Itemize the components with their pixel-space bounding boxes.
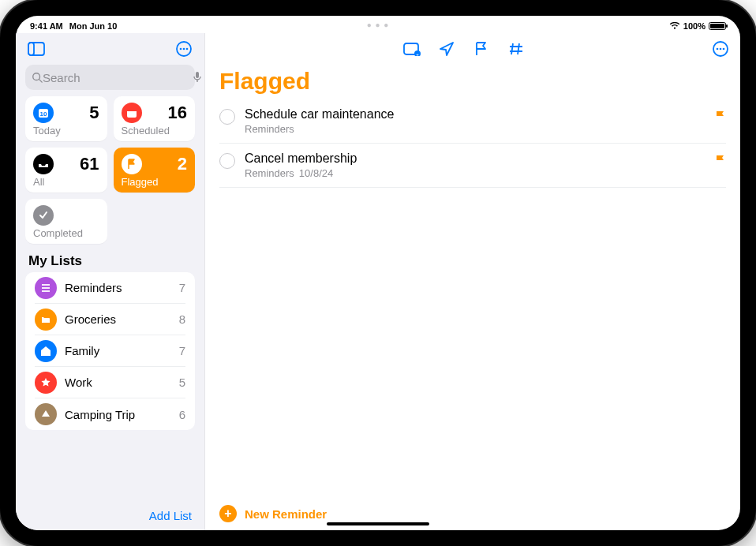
reminders-list: Schedule car maintenanceRemindersCancel … [205,99,740,497]
list-icon [35,403,57,425]
list-count: 7 [179,281,185,294]
wifi-icon [669,22,680,30]
svg-point-4 [183,48,185,50]
smart-list-completed[interactable]: Completed [25,199,107,244]
list-icon [35,309,57,331]
reminder-date: 10/8/24 [299,167,333,179]
list-name: Camping Trip [65,408,171,421]
sidebar: 10 5 Today 16 Scheduled 61 [16,33,205,530]
svg-line-7 [39,80,43,83]
flag-icon [715,151,726,167]
svg-rect-8 [196,72,199,78]
reminder-title: Cancel membership [245,151,705,166]
status-date: Mon Jun 10 [69,21,118,31]
check-icon [33,205,54,226]
reminder-list: Reminders [245,123,294,135]
toolbar-details-button[interactable]: + [403,40,421,58]
reminder-checkbox[interactable] [219,153,235,169]
svg-rect-1 [28,43,34,55]
svg-point-3 [180,48,182,50]
svg-point-5 [186,48,189,50]
list-count: 7 [179,344,185,357]
dictate-icon[interactable] [193,71,202,84]
my-lists-header: My Lists [16,244,204,272]
main-more-button[interactable] [712,40,729,58]
toolbar-flag-button[interactable] [473,40,490,58]
svg-line-21 [518,43,519,54]
lists-container: Reminders7Groceries8Family7Work5Camping … [25,272,195,430]
svg-rect-0 [28,43,44,55]
toggle-sidebar-button[interactable] [25,38,47,60]
reminder-list: Reminders [245,167,294,179]
toolbar-tag-button[interactable] [507,40,525,58]
list-count: 5 [179,376,185,389]
list-row[interactable]: Reminders7 [35,272,185,304]
list-icon [35,372,57,394]
reminder-title: Schedule car maintenance [245,107,705,122]
svg-line-20 [511,43,513,54]
list-count: 6 [179,408,185,421]
list-icon [35,340,57,362]
calendar-icon: 10 [33,103,54,123]
flag-icon [715,107,726,123]
list-name: Groceries [65,312,171,326]
list-row[interactable]: Family7 [35,335,185,367]
search-input[interactable] [43,71,193,84]
plus-icon: + [219,505,237,522]
svg-rect-13 [127,109,137,111]
reminder-row[interactable]: Schedule car maintenanceReminders [219,99,726,144]
search-icon [32,72,43,83]
status-bar: 9:41 AM Mon Jun 10 ● ● ● 100% [16,16,740,33]
battery-percent: 100% [683,21,705,31]
search-field[interactable] [25,65,195,90]
calendar-icon [122,103,142,123]
new-reminder-button[interactable]: + New Reminder [219,505,327,522]
svg-point-25 [717,48,719,50]
list-row[interactable]: Work5 [35,367,185,398]
battery-icon [709,22,726,30]
svg-text:+: + [416,52,419,56]
list-icon [35,277,57,299]
svg-point-27 [723,48,725,50]
svg-text:10: 10 [40,110,47,118]
flag-icon [122,154,142,174]
multitask-dots-icon[interactable]: ● ● ● [367,21,390,29]
list-name: Reminders [65,281,171,294]
svg-point-26 [720,48,722,50]
smart-list-all[interactable]: 61 All [25,148,107,193]
reminder-row[interactable]: Cancel membershipReminders10/8/24 [219,144,726,188]
smart-list-today[interactable]: 10 5 Today [25,96,107,141]
list-title: Flagged [205,65,740,99]
list-row[interactable]: Camping Trip6 [35,398,185,430]
smart-list-flagged[interactable]: 2 Flagged [114,148,196,193]
main-panel: + Flagged Schedule car maintenanceRemind… [205,33,740,530]
smart-list-scheduled[interactable]: 16 Scheduled [114,96,196,141]
add-list-button[interactable]: Add List [149,509,192,522]
list-row[interactable]: Groceries8 [35,304,185,335]
sidebar-more-button[interactable] [173,38,195,60]
list-name: Work [65,376,171,389]
tray-icon [33,154,54,174]
home-indicator[interactable] [327,522,429,525]
status-time: 9:41 AM [30,21,63,31]
list-count: 8 [179,312,185,326]
toolbar-location-button[interactable] [438,40,455,58]
list-name: Family [65,344,171,357]
reminder-checkbox[interactable] [219,109,235,125]
